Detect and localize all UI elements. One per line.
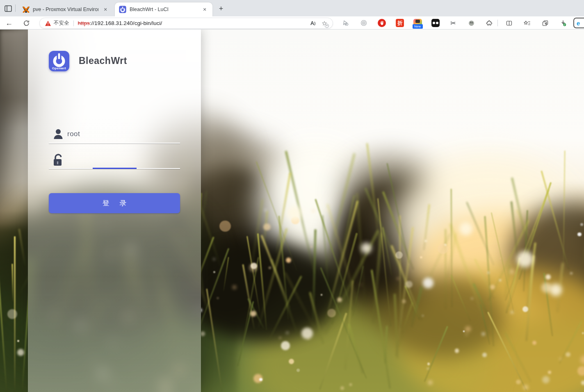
pointer-extension-icon[interactable] [340, 18, 351, 28]
scene-decoration [550, 284, 562, 296]
address-bar[interactable]: 不安全 https://192.168.31.240/cgi-bin/luci/… [39, 18, 333, 29]
scene-decoration [287, 206, 302, 221]
scene-decoration [465, 333, 468, 335]
scene-decoration [532, 341, 536, 345]
scene-decoration [481, 332, 485, 336]
scene-decoration [545, 274, 551, 280]
scene-decoration [269, 267, 271, 269]
security-warning-icon [45, 21, 51, 26]
scene-decoration [482, 353, 487, 357]
scene-decoration [213, 258, 215, 260]
scene-decoration [427, 368, 429, 370]
tab-proxmox[interactable]: pve - Proxmox Virtual Environme ✕ [18, 2, 113, 16]
downloads-icon[interactable] [558, 18, 568, 28]
extensions-puzzle-icon[interactable] [484, 18, 495, 28]
read-aloud-icon[interactable]: A) [308, 18, 318, 28]
scene-decoration [286, 332, 288, 334]
scene-decoration [301, 328, 313, 339]
scene-decoration [327, 309, 336, 317]
scene-decoration [321, 294, 322, 296]
back-button[interactable]: ← [3, 17, 15, 29]
scene-decoration [405, 281, 412, 288]
tabbar-separator [15, 5, 16, 12]
scene-decoration [570, 272, 572, 274]
scene-decoration [499, 279, 501, 281]
target-extension-icon[interactable] [358, 18, 369, 28]
password-focus-indicator [93, 168, 137, 169]
zhe-discount-extension-icon[interactable]: 折 [395, 18, 405, 28]
scene-decoration [402, 299, 406, 303]
url-scheme-struck: https [78, 20, 90, 26]
scene-decoration [471, 298, 473, 299]
scene-decoration [455, 349, 459, 353]
favorites-list-icon[interactable] [522, 18, 532, 28]
collections-add-icon[interactable] [540, 18, 550, 28]
username-underline [49, 143, 180, 144]
toolbar-separator [497, 20, 498, 26]
page-viewport: Openwrt BleachWrt 登 录 [0, 30, 584, 392]
tab-bleachwrt[interactable]: BleachWrt - LuCI ✕ [115, 2, 212, 16]
openwrt-favicon-icon [119, 6, 126, 13]
scene-decoration [577, 232, 581, 236]
tab-bar: pve - Proxmox Virtual Environme ✕ Bleach… [0, 0, 584, 16]
scene-decoration [581, 381, 584, 385]
scene-decoration [7, 309, 17, 319]
close-tab-icon[interactable]: ✕ [102, 6, 109, 13]
scene-decoration [582, 332, 584, 334]
split-screen-icon[interactable] [504, 18, 514, 28]
scene-decoration [490, 285, 495, 289]
openwrt-logo: Openwrt [49, 51, 69, 71]
scene-decoration [263, 223, 270, 230]
dark-dots-extension-icon[interactable] [430, 18, 441, 28]
password-input[interactable] [67, 154, 162, 165]
scene-decoration [510, 270, 513, 273]
scene-decoration [397, 278, 399, 280]
scene-decoration [465, 326, 470, 332]
scene-decoration [500, 258, 501, 259]
scene-decoration [395, 251, 403, 259]
tab-title: BleachWrt - LuCI [130, 7, 198, 12]
scene-decoration [289, 359, 294, 364]
scene-decoration [420, 256, 422, 259]
close-tab-icon[interactable]: ✕ [201, 6, 208, 13]
lock-icon [52, 153, 64, 166]
scene-decoration [361, 243, 372, 253]
browser-window: pve - Proxmox Virtual Environme ✕ Bleach… [0, 0, 584, 392]
scene-decoration [265, 209, 267, 211]
browser-toolbar: ← 不安全 https://192.168.31.240/cgi-bin/luc… [0, 16, 584, 30]
user-icon [53, 128, 63, 139]
openwrt-logo-label: Openwrt [49, 66, 69, 70]
scene-decoration [251, 263, 257, 269]
scene-decoration [310, 246, 312, 248]
address-separator [73, 21, 74, 26]
scene-decoration [281, 341, 290, 350]
scene-decoration [427, 362, 430, 365]
tab-title: pve - Proxmox Virtual Environme [33, 7, 98, 12]
web-capture-icon[interactable]: ✂ [448, 18, 459, 28]
add-favorite-icon[interactable]: ☆+ [319, 18, 329, 28]
scene-decoration [259, 378, 262, 381]
page-title: BleachWrt [79, 55, 127, 66]
scene-decoration [517, 251, 533, 267]
security-warning-label[interactable]: 不安全 [54, 20, 69, 27]
login-button[interactable]: 登 录 [49, 193, 180, 213]
scene-decoration [548, 371, 551, 374]
shopping-new-extension-icon[interactable]: New [412, 18, 423, 28]
username-input[interactable] [67, 128, 162, 140]
stop-hand-extension-icon[interactable] [376, 18, 387, 28]
new-tab-button[interactable]: + [216, 4, 226, 14]
tab-actions-menu-icon[interactable] [3, 4, 13, 13]
refresh-button[interactable] [21, 17, 32, 29]
scene-decoration [559, 358, 561, 360]
globe-extension-icon[interactable] [466, 18, 477, 28]
scene-decoration [219, 221, 230, 232]
scene-decoration [459, 222, 472, 235]
url-text[interactable]: https://192.168.31.240/cgi-bin/luci/ [78, 20, 308, 26]
scene-decoration [422, 315, 424, 317]
scene-decoration [340, 386, 344, 390]
url-rest: ://192.168.31.240/cgi-bin/luci/ [90, 20, 162, 26]
scene-decoration [424, 240, 427, 242]
browser-essentials-icon[interactable]: e [573, 18, 584, 28]
scene-decoration [250, 311, 256, 317]
scene-decoration [360, 284, 361, 285]
